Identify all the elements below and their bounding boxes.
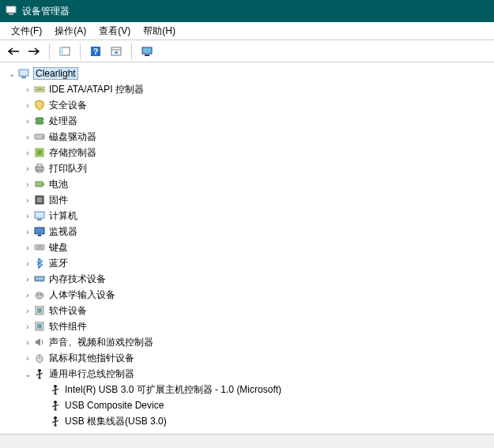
svg-rect-34 [38,235,41,236]
toolbar-separator [49,43,50,59]
menu-action[interactable]: 操作(A) [48,23,92,40]
tree-node[interactable]: ·USB 根集线器(USB 3.0) [38,413,494,429]
tree-node-label: 固件 [49,194,68,207]
chevron-right-icon[interactable]: › [22,212,33,220]
tree-node[interactable]: ›内存技术设备 [22,271,494,287]
tree-node[interactable]: ›固件 [22,192,494,208]
chevron-right-icon[interactable]: › [22,101,33,110]
chevron-right-icon[interactable]: › [22,243,33,252]
svg-rect-1 [9,13,13,15]
tree-node[interactable]: ›打印队列 [22,160,494,176]
svg-point-57 [54,385,57,388]
tree-node[interactable]: ›人体学输入设备 [22,287,494,303]
svg-rect-24 [36,167,43,171]
tree-node[interactable]: ›磁盘驱动器 [22,129,494,145]
chevron-right-icon[interactable]: › [22,291,33,299]
svg-rect-8 [115,51,118,54]
svg-rect-15 [36,118,43,124]
tree-node[interactable]: ›软件设备 [22,303,494,318]
svg-rect-49 [37,324,42,329]
svg-rect-9 [142,47,152,54]
tree-node-label: 安全设备 [49,99,87,112]
menu-file[interactable]: 文件(F) [5,23,48,40]
chevron-right-icon[interactable]: › [22,338,33,347]
svg-rect-32 [37,219,42,220]
hid-icon [33,288,46,301]
svg-point-52 [38,369,41,372]
monitor-icon [33,225,46,238]
tree-node[interactable]: ·USB Composite Device [38,397,494,413]
chevron-down-icon[interactable]: ⌄ [22,370,33,378]
toolbar: ? [0,40,494,62]
ide-icon [33,83,46,96]
tree-node[interactable]: ›声音、视频和游戏控制器 [22,334,494,350]
svg-rect-25 [37,164,42,167]
tree-node[interactable]: ›安全设备 [22,97,494,113]
svg-rect-31 [35,212,44,218]
software-icon [33,320,46,333]
forward-button[interactable] [25,43,43,60]
svg-point-43 [36,292,43,299]
back-button[interactable] [5,43,22,60]
chevron-right-icon[interactable]: › [22,354,33,363]
printer-icon [33,162,46,175]
spacer: · [38,401,49,410]
menu-view[interactable]: 查看(V) [92,23,137,40]
chevron-right-icon[interactable]: › [22,322,33,331]
tree-node[interactable]: ›软件组件 [22,318,494,334]
svg-point-45 [40,294,42,296]
tree-node-label: 软件组件 [49,320,87,333]
help-button[interactable]: ? [87,43,104,60]
tree-node-label: 计算机 [49,209,77,223]
chevron-right-icon[interactable]: › [22,307,33,315]
title-bar: 设备管理器 [0,0,494,22]
tree-node-label: 软件设备 [49,304,87,318]
menu-help[interactable]: 帮助(H) [137,23,182,40]
chevron-right-icon[interactable]: › [22,164,33,173]
tree-node[interactable]: ›鼠标和其他指针设备 [22,350,494,366]
tree-node[interactable]: ›键盘 [22,239,494,255]
toolbar-separator [131,43,132,59]
tree-node-label: 内存技术设备 [49,273,106,286]
tree-node-label: 鼠标和其他指针设备 [49,352,134,365]
tree-node[interactable]: ›IDE ATA/ATAPI 控制器 [22,81,494,97]
computer-icon [33,209,46,222]
status-bar [0,434,494,448]
chevron-right-icon[interactable]: › [22,180,33,189]
svg-rect-66 [55,409,57,411]
tree-node[interactable]: ·Intel(R) USB 3.0 可扩展主机控制器 - 1.0 (Micros… [38,382,494,397]
chevron-right-icon[interactable]: › [22,117,33,126]
chevron-right-icon[interactable]: › [22,275,33,284]
tree-node-label: 声音、视频和游戏控制器 [49,336,153,349]
tree-node[interactable]: ›处理器 [22,113,494,129]
scan-hardware-button[interactable] [138,43,156,60]
tree-node-label: IDE ATA/ATAPI 控制器 [49,83,144,96]
keyboard-icon [33,241,46,254]
properties-button[interactable] [107,43,125,60]
tree-root-node[interactable]: ⌄Clearlight [6,66,494,81]
chevron-right-icon[interactable]: › [22,85,33,94]
tree-node[interactable]: ›存储控制器 [22,145,494,160]
chevron-right-icon[interactable]: › [22,259,33,268]
svg-rect-30 [37,198,42,202]
tree-node[interactable]: ›监视器 [22,224,494,239]
tree-node[interactable]: ›电池 [22,176,494,192]
chevron-right-icon[interactable]: › [22,228,33,236]
svg-text:?: ? [93,47,99,56]
tree-node-label: 蓝牙 [49,257,68,270]
svg-rect-38 [35,277,44,280]
chevron-right-icon[interactable]: › [22,133,33,141]
tree-node-label: 人体学输入设备 [49,288,115,302]
svg-rect-26 [37,171,42,172]
show-hide-console-button[interactable] [56,43,74,60]
svg-rect-35 [35,245,44,250]
tree-node[interactable]: ›蓝牙 [22,255,494,271]
device-tree[interactable]: ⌄Clearlight›IDE ATA/ATAPI 控制器›安全设备›处理器›磁… [0,62,494,434]
svg-rect-71 [55,425,57,427]
tree-node[interactable]: ›计算机 [22,208,494,224]
chevron-right-icon[interactable]: › [22,149,33,157]
chevron-right-icon[interactable]: › [22,196,33,205]
software-icon [33,304,46,317]
chevron-down-icon[interactable]: ⌄ [6,70,17,78]
tree-node[interactable]: ⌄通用串行总线控制器 [22,366,494,382]
